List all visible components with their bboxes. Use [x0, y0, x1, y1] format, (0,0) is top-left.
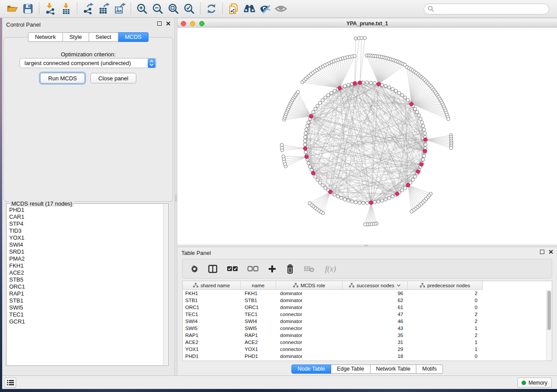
ring-node[interactable] [403, 96, 407, 100]
ring-node[interactable] [422, 158, 425, 162]
mcds-result-item[interactable]: TID3 [8, 227, 162, 234]
mcds-hub-node[interactable] [338, 86, 342, 90]
ring-node[interactable] [324, 96, 327, 100]
ring-node[interactable] [316, 104, 319, 108]
vertical-splitter[interactable] [174, 18, 177, 375]
ring-node[interactable] [420, 120, 424, 124]
optimization-criterion-select[interactable]: largest connected component (undirected) [20, 58, 156, 68]
table-scrollbar[interactable] [546, 290, 552, 361]
ring-node[interactable] [318, 101, 322, 105]
ring-node[interactable] [422, 124, 425, 128]
ring-node[interactable] [413, 175, 417, 179]
ring-node[interactable] [381, 83, 384, 87]
ring-node[interactable] [304, 135, 307, 139]
import-network-button[interactable] [42, 1, 58, 16]
table-settings-button[interactable] [190, 265, 199, 273]
ring-node[interactable] [424, 143, 427, 147]
mcds-hub-node[interactable] [309, 114, 313, 118]
mcds-result-item[interactable]: CAR1 [8, 213, 162, 220]
mcds-hub-node[interactable] [423, 149, 427, 153]
mcds-hub-node[interactable] [369, 201, 373, 205]
ring-node[interactable] [406, 99, 410, 102]
ring-node[interactable] [350, 200, 354, 203]
ring-node[interactable] [314, 175, 317, 179]
ring-node[interactable] [394, 89, 398, 93]
ring-node[interactable] [422, 154, 426, 158]
ring-node[interactable] [366, 201, 369, 205]
ring-node[interactable] [398, 91, 401, 95]
table-row[interactable]: STB1STB1dominator620 [183, 297, 546, 304]
ring-node[interactable] [373, 82, 377, 85]
mcds-hub-node[interactable] [395, 192, 399, 196]
table-row[interactable]: TEC1TEC1connector472 [183, 311, 546, 318]
table-row[interactable]: FKH1FKH1dominator962 [183, 290, 546, 297]
ring-node[interactable] [303, 139, 307, 143]
ring-node[interactable] [343, 84, 346, 88]
refresh-button[interactable] [204, 1, 219, 16]
ring-node[interactable] [413, 107, 417, 111]
zoom-in-button[interactable] [134, 1, 150, 16]
ring-node[interactable] [387, 196, 391, 200]
mcds-result-item[interactable]: STP4 [8, 220, 162, 227]
clone-network-button[interactable] [226, 1, 242, 16]
column-header-shared-name[interactable]: shared name [183, 281, 241, 290]
ring-node[interactable] [354, 201, 358, 204]
mcds-hub-node[interactable] [303, 147, 307, 151]
ring-node[interactable] [401, 189, 404, 192]
float-panel-icon[interactable] [540, 250, 544, 254]
mcds-hub-node[interactable] [329, 190, 332, 194]
ring-node[interactable] [304, 132, 308, 135]
column-header-successor-nodes[interactable]: successor nodes [343, 281, 408, 290]
table-tab-motifs[interactable]: Motifs [416, 364, 443, 374]
close-panel-icon[interactable]: ✕ [166, 21, 171, 26]
ring-node[interactable] [422, 128, 426, 131]
tab-style[interactable]: Style [63, 32, 89, 42]
ring-node[interactable] [307, 162, 310, 165]
mcds-result-item[interactable]: FKH1 [8, 262, 162, 269]
ring-node[interactable] [324, 186, 327, 190]
mcds-result-item[interactable]: STB5 [8, 276, 162, 283]
ring-node[interactable] [311, 110, 315, 114]
ring-node[interactable] [387, 86, 391, 89]
leaf-node[interactable] [450, 146, 453, 150]
run-mcds-button[interactable]: Run MCDS [40, 73, 85, 83]
table-row[interactable]: ORC1ORC1dominator610 [183, 304, 546, 311]
tab-network[interactable]: Network [28, 32, 63, 42]
table-tab-network-table[interactable]: Network Table [370, 364, 417, 374]
mcds-hub-node[interactable] [358, 81, 362, 85]
zoom-selected-button[interactable] [181, 1, 197, 16]
ring-node[interactable] [417, 114, 421, 117]
ring-node[interactable] [347, 199, 350, 203]
leaf-node[interactable] [282, 155, 285, 158]
mcds-hub-node[interactable] [416, 170, 420, 174]
import-table-button[interactable] [58, 1, 74, 16]
ring-node[interactable] [321, 184, 325, 187]
ring-node[interactable] [391, 195, 394, 198]
leaf-node[interactable] [308, 202, 311, 205]
ring-node[interactable] [384, 198, 387, 201]
mcds-result-item[interactable]: ORC1 [8, 283, 162, 290]
ring-node[interactable] [362, 81, 365, 84]
zoom-fit-button[interactable] [166, 1, 181, 16]
mcds-hub-node[interactable] [406, 183, 410, 187]
hide-details-button[interactable] [257, 1, 273, 16]
network-canvas[interactable] [177, 28, 557, 244]
scrollbar-thumb[interactable] [547, 291, 551, 330]
tab-select[interactable]: Select [89, 32, 118, 42]
float-panel-icon[interactable] [157, 21, 162, 26]
mcds-result-item[interactable]: SWI5 [8, 304, 162, 311]
mcds-hub-node[interactable] [377, 82, 381, 86]
leaf-node[interactable] [280, 143, 284, 147]
ring-node[interactable] [333, 193, 336, 196]
delete-column-button[interactable] [286, 264, 294, 274]
zoom-out-button[interactable] [150, 1, 166, 16]
tab-mcds[interactable]: MCDS [118, 32, 149, 42]
ring-node[interactable] [306, 124, 309, 128]
ring-node[interactable] [377, 200, 380, 203]
ring-node[interactable] [336, 195, 340, 198]
table-row[interactable]: SWI5SWI5connector431 [183, 325, 546, 332]
mcds-result-item[interactable]: TEC1 [8, 311, 162, 318]
add-column-button[interactable] [268, 265, 277, 273]
search-network-button[interactable] [242, 1, 257, 16]
table-row[interactable]: SWI4SWI4dominator462 [183, 318, 546, 325]
